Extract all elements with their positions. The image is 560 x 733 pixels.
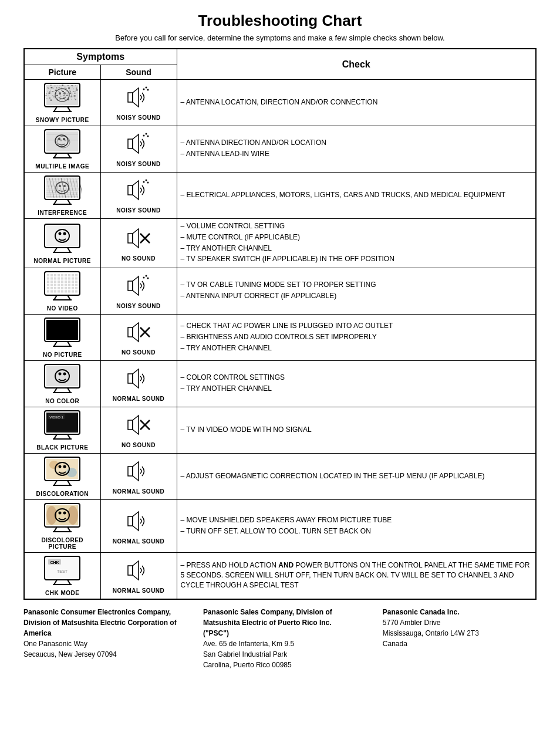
table-row: SNOWY PICTURE NOISY SOUNDANTENNA LOCATIO…	[24, 80, 536, 126]
svg-marker-228	[133, 323, 139, 342]
sound-icon	[104, 225, 173, 254]
svg-rect-88	[128, 93, 133, 102]
svg-rect-13	[51, 87, 53, 88]
svg-rect-71	[74, 97, 75, 99]
svg-point-136	[59, 185, 61, 187]
svg-rect-49	[70, 93, 72, 94]
svg-point-149	[59, 232, 62, 235]
check-item: COLOR CONTROL SETTINGS	[181, 373, 532, 383]
svg-line-281	[54, 580, 57, 585]
sound-icon	[104, 85, 173, 113]
footer-col2: Panasonic Sales Company, Division of Mat…	[203, 607, 357, 670]
footer: Panasonic Consumer Electronics Company, …	[23, 607, 537, 670]
footer-addr3-2: Mississauga, Ontario L4W 2T3	[383, 629, 479, 637]
check-cell-8: ADJUST GEOMAGNETIC CORRECTION LOCATED IN…	[177, 454, 536, 500]
svg-point-220	[146, 275, 147, 277]
svg-rect-55	[56, 95, 58, 96]
svg-line-272	[68, 527, 70, 532]
svg-point-92	[147, 89, 149, 91]
sound-cell-10: NORMAL SOUND	[100, 553, 177, 600]
svg-point-86	[59, 92, 61, 94]
svg-rect-168	[75, 274, 77, 276]
check-cell-1: ANTENNA DIRECTION AND/OR LOCATIONANTENNA…	[177, 126, 536, 173]
footer-addr1-1: One Panasonic Way	[23, 640, 87, 648]
svg-point-90	[143, 89, 145, 90]
svg-rect-11	[75, 85, 76, 86]
svg-rect-169	[47, 278, 49, 280]
picture-label: CHK MODE	[28, 590, 97, 596]
svg-rect-51	[75, 93, 76, 94]
svg-rect-37	[62, 91, 64, 92]
svg-point-137	[63, 185, 66, 187]
check-item: ANTENNA LOCATION, DIRECTION AND/OR CONNE…	[181, 97, 532, 107]
sound-label: NOISY SOUND	[104, 207, 173, 214]
svg-marker-218	[133, 276, 139, 295]
svg-rect-7	[62, 85, 63, 86]
sound-cell-6: NORMAL SOUND	[100, 361, 177, 407]
svg-rect-61	[74, 96, 76, 97]
svg-rect-170	[50, 278, 53, 280]
check-item: PRESS AND HOLD ACTION AND POWER BUTTONS …	[181, 560, 532, 590]
svg-rect-239	[128, 374, 133, 383]
svg-rect-30	[73, 89, 74, 89]
svg-rect-184	[68, 281, 70, 283]
svg-line-152	[68, 248, 70, 252]
svg-rect-63	[49, 97, 50, 99]
svg-rect-73	[50, 100, 52, 101]
svg-point-99	[58, 138, 60, 140]
svg-rect-166	[68, 274, 70, 276]
svg-rect-6	[59, 86, 60, 86]
svg-rect-198	[54, 287, 56, 289]
picture-label: DISCOLOREDPICTURE	[28, 537, 97, 550]
svg-line-151	[54, 248, 57, 252]
svg-rect-204	[75, 287, 77, 289]
svg-rect-52	[45, 96, 47, 96]
svg-rect-202	[68, 287, 70, 289]
picture-label: MULTIPLE IMAGE	[28, 163, 97, 170]
svg-rect-42	[46, 93, 47, 94]
check-item: TRY ANOTHER CHANNEL	[181, 244, 532, 254]
footer-company3: Panasonic Canada Inc.	[383, 608, 460, 616]
svg-rect-210	[65, 291, 67, 293]
svg-point-258	[63, 465, 66, 468]
picture-cell-1: MULTIPLE IMAGE	[24, 126, 100, 173]
svg-rect-213	[75, 291, 77, 293]
footer-addr3-1: 5770 Ambler Drive	[383, 619, 441, 627]
sound-cell-2: NOISY SOUND	[100, 173, 177, 219]
svg-rect-248	[128, 420, 133, 430]
svg-rect-201	[65, 287, 67, 289]
svg-rect-186	[75, 281, 77, 283]
svg-rect-5	[57, 85, 58, 86]
check-item: ELECTRICAL APPLIANCES, MOTORS, LIGHTS, C…	[181, 190, 532, 200]
svg-line-104	[68, 153, 70, 158]
svg-rect-207	[54, 291, 56, 293]
sound-cell-8: NORMAL SOUND	[100, 454, 177, 500]
picture-cell-8: DISCOLORATION	[24, 454, 100, 500]
svg-rect-177	[75, 278, 77, 280]
svg-rect-40	[73, 92, 75, 92]
svg-line-260	[68, 481, 70, 485]
footer-col3: Panasonic Canada Inc. 5770 Ambler Drive …	[383, 607, 537, 670]
svg-rect-20	[72, 87, 73, 87]
svg-rect-227	[128, 327, 133, 337]
sound-icon	[104, 366, 173, 394]
picture-cell-5: NO PICTURE	[24, 315, 100, 361]
table-row: DISCOLOREDPICTURE NORMAL SOUNDMOVE UNSHI…	[24, 500, 536, 553]
svg-rect-74	[54, 99, 55, 99]
svg-rect-189	[54, 284, 56, 286]
sound-icon	[104, 458, 173, 487]
svg-rect-2	[46, 86, 47, 86]
sound-icon	[104, 273, 173, 301]
svg-rect-31	[76, 89, 78, 90]
svg-point-257	[59, 465, 62, 468]
svg-point-269	[59, 512, 62, 515]
table-row: NO COLOR NORMAL SOUNDCOLOR CONTROL SETTI…	[24, 361, 536, 407]
svg-line-139	[68, 200, 70, 204]
sound-label: NOISY SOUND	[104, 303, 173, 309]
picture-cell-10: CHK TEST CHK MODE	[24, 553, 100, 600]
page-title: Troubleshooting Chart	[23, 12, 537, 30]
svg-line-259	[54, 481, 57, 485]
svg-rect-196	[47, 287, 49, 289]
picture-label: NORMAL PICTURE	[28, 258, 97, 264]
svg-line-246	[68, 434, 70, 439]
